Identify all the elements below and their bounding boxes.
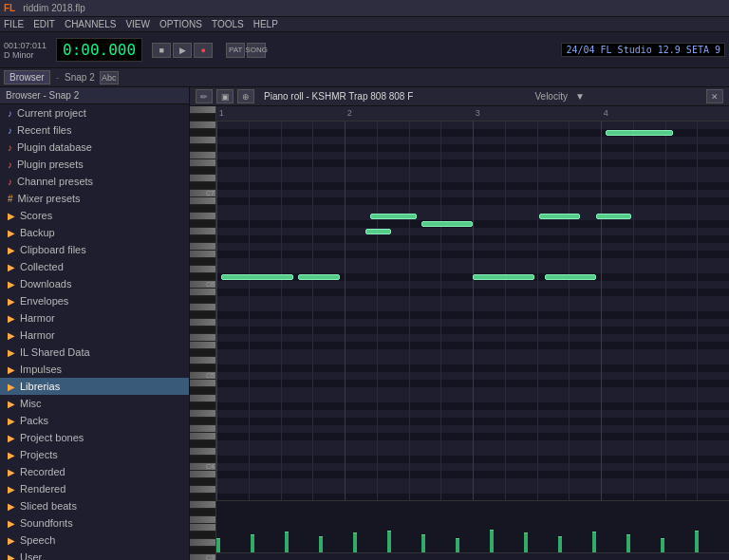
sidebar-item-harmor[interactable]: ▶Harmor xyxy=(0,309,189,327)
sidebar-item-backup[interactable]: ▶Backup xyxy=(0,224,189,241)
sidebar-item-il-shared-data[interactable]: ▶IL Shared Data xyxy=(0,344,189,361)
piano-key-42[interactable] xyxy=(190,425,216,433)
menu-item-help[interactable]: HELP xyxy=(253,19,278,29)
sidebar-item-user[interactable]: ▶User xyxy=(0,549,189,560)
sidebar-item-clipboard-files[interactable]: ▶Clipboard files xyxy=(0,241,189,258)
sidebar-item-packs[interactable]: ▶Packs xyxy=(0,412,189,429)
menu-item-file[interactable]: FILE xyxy=(4,19,24,29)
midi-note-3[interactable] xyxy=(421,221,473,227)
sidebar-item-recent-files[interactable]: ♪Recent files xyxy=(0,121,189,139)
menu-item-channels[interactable]: CHANNELS xyxy=(65,19,116,29)
piano-key-23[interactable]: C6 xyxy=(190,281,216,289)
sidebar-item-recorded[interactable]: ▶Recorded xyxy=(0,463,189,480)
piano-key-41[interactable] xyxy=(190,418,216,425)
piano-key-43[interactable] xyxy=(190,433,216,440)
piano-key-55[interactable] xyxy=(190,524,216,532)
piano-key-39[interactable] xyxy=(190,402,216,410)
piano-key-4[interactable] xyxy=(190,137,216,144)
sidebar-item-rendered[interactable]: ▶Rendered xyxy=(0,480,189,497)
pr-close-btn[interactable]: ✕ xyxy=(706,89,723,103)
abc-tool[interactable]: Abc xyxy=(100,71,119,84)
piano-key-31[interactable] xyxy=(190,342,216,349)
midi-note-8[interactable] xyxy=(606,130,672,136)
piano-key-14[interactable] xyxy=(190,213,216,220)
piano-key-49[interactable] xyxy=(190,478,216,486)
midi-note-0[interactable] xyxy=(221,274,293,280)
piano-key-20[interactable] xyxy=(190,258,216,266)
sidebar-item-librerias[interactable]: ▶Librerias xyxy=(0,378,189,395)
song-btn[interactable]: SONG xyxy=(247,43,266,58)
piano-key-46[interactable] xyxy=(190,456,216,463)
stop-button[interactable]: ■ xyxy=(152,43,171,58)
piano-key-29[interactable] xyxy=(190,327,216,334)
piano-key-40[interactable] xyxy=(190,410,216,418)
piano-key-45[interactable] xyxy=(190,448,216,456)
sidebar-item-current-project[interactable]: ♪Current project xyxy=(0,104,189,121)
midi-note-6[interactable] xyxy=(545,274,596,280)
piano-key-15[interactable] xyxy=(190,220,216,228)
sidebar-item-sliced-beats[interactable]: ▶Sliced beats xyxy=(0,497,189,514)
piano-key-11[interactable]: C7 xyxy=(190,190,216,197)
pr-select-tool[interactable]: ▣ xyxy=(216,89,234,103)
piano-key-2[interactable] xyxy=(190,121,216,129)
sidebar-item-envelopes[interactable]: ▶Envelopes xyxy=(0,292,189,309)
midi-note-9[interactable] xyxy=(596,214,632,219)
piano-key-44[interactable] xyxy=(190,440,216,448)
piano-key-48[interactable] xyxy=(190,471,216,478)
piano-key-30[interactable] xyxy=(190,334,216,342)
piano-key-17[interactable] xyxy=(190,235,216,243)
piano-key-22[interactable] xyxy=(190,273,216,281)
sidebar-item-plugin-database[interactable]: ♪Plugin database xyxy=(0,139,189,156)
piano-key-8[interactable] xyxy=(190,167,216,175)
piano-key-56[interactable] xyxy=(190,532,216,539)
pattern-btn[interactable]: PAT xyxy=(226,43,245,58)
piano-key-33[interactable] xyxy=(190,357,216,364)
piano-key-18[interactable] xyxy=(190,243,216,251)
midi-note-7[interactable] xyxy=(539,214,580,219)
piano-key-26[interactable] xyxy=(190,304,216,311)
sidebar-item-soundfonts[interactable]: ▶Soundfonts xyxy=(0,514,189,532)
piano-key-1[interactable] xyxy=(190,114,216,121)
menu-item-tools[interactable]: TOOLS xyxy=(212,19,244,29)
sidebar-item-impulses[interactable]: ▶Impulses xyxy=(0,361,189,378)
piano-key-6[interactable] xyxy=(190,152,216,159)
menu-item-options[interactable]: OPTIONS xyxy=(159,19,202,29)
midi-note-4[interactable] xyxy=(365,229,391,234)
piano-key-12[interactable] xyxy=(190,197,216,205)
piano-key-25[interactable] xyxy=(190,296,216,304)
grid-scroll-area[interactable] xyxy=(216,121,729,500)
piano-key-24[interactable] xyxy=(190,289,216,296)
piano-key-47[interactable]: C4 xyxy=(190,463,216,471)
piano-key-16[interactable] xyxy=(190,228,216,235)
piano-key-3[interactable] xyxy=(190,129,216,137)
piano-key-21[interactable] xyxy=(190,266,216,273)
pr-pencil-tool[interactable]: ✏ xyxy=(196,89,213,103)
piano-key-50[interactable] xyxy=(190,486,216,494)
piano-key-57[interactable] xyxy=(190,539,216,547)
piano-key-32[interactable] xyxy=(190,349,216,357)
piano-key-52[interactable] xyxy=(190,501,216,509)
menu-item-view[interactable]: VIEW xyxy=(125,19,150,29)
piano-key-59[interactable]: C3 xyxy=(190,554,216,560)
piano-key-13[interactable] xyxy=(190,205,216,213)
record-button[interactable]: ● xyxy=(194,43,213,58)
sidebar-item-downloads[interactable]: ▶Downloads xyxy=(0,275,189,292)
sidebar-item-misc[interactable]: ▶Misc xyxy=(0,395,189,412)
piano-key-53[interactable] xyxy=(190,509,216,516)
piano-key-0[interactable] xyxy=(190,106,216,114)
piano-key-28[interactable] xyxy=(190,319,216,327)
piano-key-38[interactable] xyxy=(190,395,216,402)
sidebar-item-collected[interactable]: ▶Collected xyxy=(0,258,189,275)
h-scrollbar[interactable] xyxy=(216,552,729,560)
play-button[interactable]: ▶ xyxy=(173,43,192,58)
midi-note-1[interactable] xyxy=(298,274,339,280)
piano-key-58[interactable] xyxy=(190,547,216,554)
piano-key-37[interactable] xyxy=(190,387,216,395)
piano-key-10[interactable] xyxy=(190,182,216,190)
piano-key-5[interactable] xyxy=(190,144,216,152)
pr-zoom-tool[interactable]: ⊕ xyxy=(237,89,254,103)
piano-key-19[interactable] xyxy=(190,251,216,258)
sidebar-item-projects[interactable]: ▶Projects xyxy=(0,446,189,463)
menu-item-edit[interactable]: EDIT xyxy=(33,19,55,29)
piano-key-9[interactable] xyxy=(190,175,216,182)
